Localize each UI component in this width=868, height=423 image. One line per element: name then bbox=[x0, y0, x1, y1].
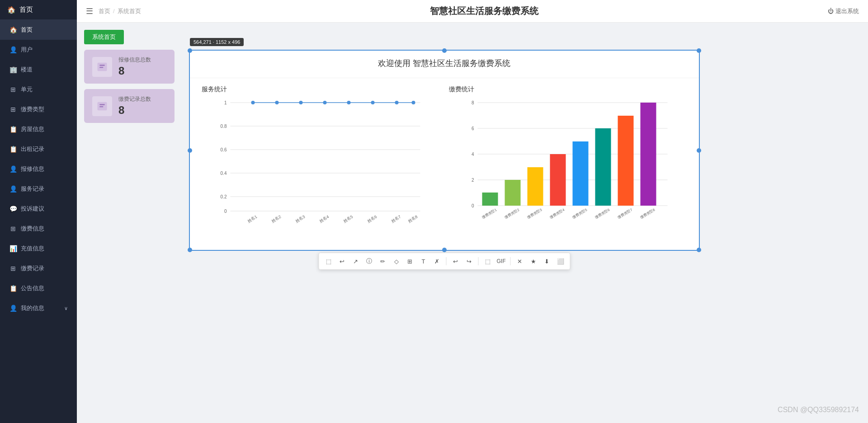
sidebar-item-label: 出租记录 bbox=[21, 145, 44, 153]
payment-stat-card: 缴费记录总数 8 bbox=[84, 89, 175, 123]
breadcrumb: 首页 / 系统首页 bbox=[99, 7, 141, 15]
sidebar-item-label: 报修信息 bbox=[21, 165, 44, 173]
svg-text:缴费类型4: 缴费类型4 bbox=[549, 208, 566, 220]
toolbar-crop-btn[interactable]: ⬚ bbox=[323, 255, 335, 267]
sidebar-item-label: 缴费信息 bbox=[21, 225, 44, 233]
sidebar-item-repair[interactable]: 👤 报修信息 bbox=[0, 159, 77, 179]
svg-text:姓名6: 姓名6 bbox=[367, 214, 378, 223]
sidebar-item-label: 房屋信息 bbox=[21, 125, 44, 133]
svg-text:姓名8: 姓名8 bbox=[407, 214, 419, 223]
toolbar-download-btn[interactable]: ⬇ bbox=[541, 255, 553, 267]
payment-chart-svg: 8 6 4 2 0 bbox=[449, 98, 687, 234]
toolbar-close-btn[interactable]: ✕ bbox=[514, 255, 526, 267]
payment-stat-label: 缴费记录总数 bbox=[118, 95, 151, 103]
toolbar-erase-btn[interactable]: ✗ bbox=[431, 255, 443, 267]
repair-stat-info: 报修信息总数 8 bbox=[118, 56, 151, 77]
svg-text:0.6: 0.6 bbox=[221, 147, 227, 152]
toolbar-gif-btn[interactable]: GIF bbox=[495, 258, 507, 264]
svg-text:缴费类型8: 缴费类型8 bbox=[639, 208, 656, 220]
svg-text:缴费类型2: 缴费类型2 bbox=[504, 208, 520, 220]
sidebar-item-rental[interactable]: 📋 出租记录 bbox=[0, 139, 77, 159]
toolbar-mosaic-btn[interactable]: ⊞ bbox=[404, 255, 416, 267]
handle-bl[interactable] bbox=[188, 248, 192, 252]
handle-bm[interactable] bbox=[442, 248, 447, 252]
sidebar-logo[interactable]: 🏠 首页 bbox=[0, 0, 77, 20]
payment-chart-container: 8 6 4 2 0 bbox=[449, 98, 687, 243]
svg-point-22 bbox=[347, 101, 351, 104]
sidebar-item-user[interactable]: 👤 用户 bbox=[0, 40, 77, 60]
logout-button[interactable]: ⏻ 退出系统 bbox=[828, 7, 859, 15]
toolbar-info-btn[interactable]: ⓘ bbox=[363, 255, 375, 267]
handle-br[interactable] bbox=[697, 248, 701, 252]
main-area: ☰ 首页 / 系统首页 智慧社区生活服务缴费系统 ⏻ 退出系统 系统首页 报修信… bbox=[77, 0, 868, 423]
handle-mr[interactable] bbox=[697, 148, 701, 153]
svg-text:缴费类型5: 缴费类型5 bbox=[571, 208, 588, 220]
service-chart-title: 服务统计 bbox=[202, 85, 440, 94]
toolbar-pen-btn[interactable]: ✏ bbox=[377, 255, 389, 267]
svg-point-24 bbox=[395, 101, 399, 104]
house-icon: 📋 bbox=[9, 126, 17, 133]
recharge-icon: 📊 bbox=[9, 245, 17, 252]
breadcrumb-system: 系统首页 bbox=[118, 7, 141, 15]
sidebar-item-label: 充值信息 bbox=[21, 244, 44, 253]
toolbar-select-btn[interactable]: ↩ bbox=[336, 255, 348, 267]
payment-stat-info: 缴费记录总数 8 bbox=[118, 95, 151, 117]
toolbar-pin-btn[interactable]: ★ bbox=[528, 255, 539, 267]
sidebar-item-payment-record[interactable]: ⊞ 缴费记录 bbox=[0, 258, 77, 278]
user-icon: 👤 bbox=[9, 46, 17, 53]
toolbar-copy-btn[interactable]: ⬜ bbox=[555, 255, 566, 267]
svg-rect-44 bbox=[482, 193, 498, 206]
sidebar-item-label: 缴费类型 bbox=[21, 105, 44, 113]
svg-rect-51 bbox=[641, 103, 656, 206]
handle-tl[interactable] bbox=[188, 48, 192, 53]
sidebar-item-payment-type[interactable]: ⊞ 缴费类型 bbox=[0, 99, 77, 119]
service-chart-svg: 1 0.8 0.6 0.4 0.2 0 bbox=[202, 98, 440, 234]
breadcrumb-home[interactable]: 首页 bbox=[99, 7, 110, 15]
sidebar-item-recharge[interactable]: 📊 充值信息 bbox=[0, 239, 77, 258]
toolbar-separator-3 bbox=[510, 257, 511, 265]
handle-tr[interactable] bbox=[697, 48, 701, 53]
sidebar-item-service[interactable]: 👤 服务记录 bbox=[0, 179, 77, 199]
toolbar-shape-btn[interactable]: ◇ bbox=[391, 255, 402, 267]
svg-text:4: 4 bbox=[472, 152, 474, 157]
service-chart-container: 1 0.8 0.6 0.4 0.2 0 bbox=[202, 98, 440, 243]
sidebar-item-myinfo[interactable]: 👤 我的信息 ∨ bbox=[0, 298, 77, 318]
svg-text:2: 2 bbox=[472, 178, 474, 183]
svg-text:姓名1: 姓名1 bbox=[247, 214, 258, 223]
unit-icon: ⊞ bbox=[9, 86, 17, 93]
sidebar-item-unit[interactable]: ⊞ 单元 bbox=[0, 80, 77, 99]
payment-chart-section: 缴费统计 8 6 4 2 bbox=[444, 85, 692, 243]
sidebar-logo-label: 首页 bbox=[19, 5, 33, 14]
page-title: 智慧社区生活服务缴费系统 bbox=[141, 5, 828, 17]
svg-point-23 bbox=[371, 101, 375, 104]
selection-overlay: 564,271 · 1152 x 496 欢迎使用 智慧社区生活服务缴费系统 服… bbox=[189, 50, 700, 251]
svg-text:0.4: 0.4 bbox=[221, 171, 227, 176]
toolbar-undo-btn[interactable]: ↩ bbox=[450, 255, 462, 267]
toolbar-redo-btn[interactable]: ↪ bbox=[463, 255, 475, 267]
sidebar-item-house[interactable]: 📋 房屋信息 bbox=[0, 119, 77, 139]
sidebar-item-announcement[interactable]: 📋 公告信息 bbox=[0, 278, 77, 298]
svg-point-21 bbox=[323, 101, 327, 104]
svg-point-18 bbox=[251, 101, 255, 104]
svg-text:0: 0 bbox=[472, 203, 474, 208]
payment-stat-value: 8 bbox=[118, 104, 151, 117]
size-tooltip: 564,271 · 1152 x 496 bbox=[190, 38, 244, 46]
toolbar-screen-btn[interactable]: ⬚ bbox=[482, 255, 494, 267]
handle-ml[interactable] bbox=[188, 148, 192, 153]
svg-rect-49 bbox=[595, 128, 611, 206]
payment-type-icon: ⊞ bbox=[9, 106, 17, 113]
svg-text:0.2: 0.2 bbox=[221, 194, 227, 199]
toolbar-text-btn[interactable]: T bbox=[418, 255, 429, 267]
sidebar-item-home[interactable]: 🏠 首页 bbox=[0, 20, 77, 40]
payment-record-icon: ⊞ bbox=[9, 265, 17, 272]
menu-icon[interactable]: ☰ bbox=[86, 6, 93, 16]
handle-tm[interactable] bbox=[442, 48, 447, 53]
sidebar-item-complaint[interactable]: 💬 投诉建议 bbox=[0, 199, 77, 219]
sidebar-item-payment-info[interactable]: ⊞ 缴费信息 bbox=[0, 219, 77, 239]
stats-panel: 报修信息总数 8 缴费记录总数 8 bbox=[84, 50, 175, 123]
sidebar-item-building[interactable]: 🏢 楼道 bbox=[0, 60, 77, 80]
sidebar: 🏠 首页 🏠 首页 👤 用户 🏢 楼道 ⊞ 单元 ⊞ 缴费类型 📋 房屋信息 📋… bbox=[0, 0, 77, 423]
toolbar-separator-1 bbox=[446, 257, 447, 265]
toolbar-arrow-btn[interactable]: ↗ bbox=[350, 255, 362, 267]
system-home-tab[interactable]: 系统首页 bbox=[84, 30, 124, 44]
